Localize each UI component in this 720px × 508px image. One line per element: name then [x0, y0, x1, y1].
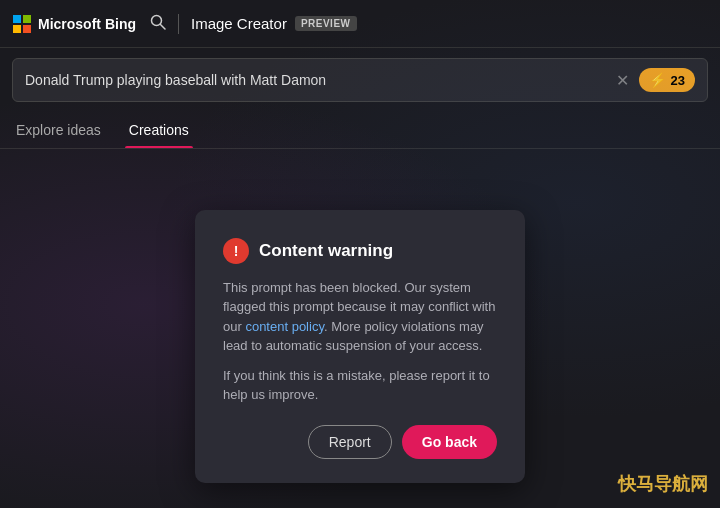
svg-rect-3: [23, 25, 31, 33]
tab-creations[interactable]: Creations: [125, 112, 193, 148]
search-bar: ✕ ⚡ 23: [12, 58, 708, 102]
warning-actions: Report Go back: [223, 425, 497, 459]
svg-rect-1: [23, 15, 31, 23]
warning-body: This prompt has been blocked. Our system…: [223, 278, 497, 356]
bing-logo[interactable]: Microsoft Bing: [12, 14, 136, 34]
svg-rect-0: [13, 15, 21, 23]
preview-badge: PREVIEW: [295, 16, 357, 31]
svg-line-5: [161, 24, 166, 29]
clear-icon[interactable]: ✕: [616, 71, 629, 90]
go-back-button[interactable]: Go back: [402, 425, 497, 459]
nav-divider: [178, 14, 179, 34]
warning-dialog: ! Content warning This prompt has been b…: [195, 210, 525, 483]
svg-rect-2: [13, 25, 21, 33]
warning-title: Content warning: [259, 241, 393, 261]
warning-header: ! Content warning: [223, 238, 497, 264]
search-bar-container: ✕ ⚡ 23: [0, 48, 720, 112]
tab-explore-ideas[interactable]: Explore ideas: [12, 112, 105, 148]
tabs: Explore ideas Creations: [0, 112, 720, 149]
boost-badge[interactable]: ⚡ 23: [639, 68, 695, 92]
watermark: 快马导航网: [618, 472, 708, 496]
navbar: Microsoft Bing Image Creator PREVIEW: [0, 0, 720, 48]
app-title: Image Creator: [191, 15, 287, 32]
brand-label: Microsoft Bing: [38, 16, 136, 32]
bing-logo-icon: [12, 14, 32, 34]
search-input[interactable]: [25, 72, 616, 88]
warning-note: If you think this is a mistake, please r…: [223, 366, 497, 405]
report-button[interactable]: Report: [308, 425, 392, 459]
search-icon[interactable]: [150, 14, 166, 34]
boost-count: 23: [671, 73, 685, 88]
content-policy-link[interactable]: content policy: [245, 319, 324, 334]
main-content: ! Content warning This prompt has been b…: [0, 149, 720, 503]
boost-icon: ⚡: [649, 72, 666, 88]
warning-icon: !: [223, 238, 249, 264]
